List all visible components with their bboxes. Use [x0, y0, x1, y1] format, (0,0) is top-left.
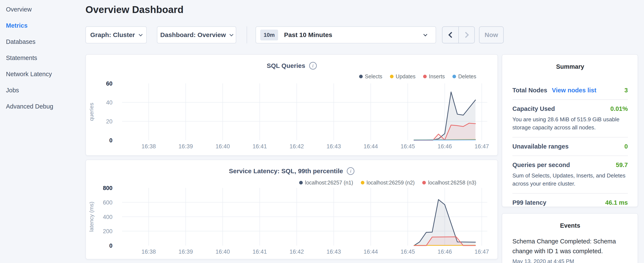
x-tick-label: 16:40 [216, 248, 230, 255]
chevron-down-icon [230, 32, 234, 36]
x-tick-label: 16:43 [326, 248, 341, 255]
x-tick-label: 16:39 [178, 143, 193, 150]
x-tick-label: 16:44 [364, 248, 378, 255]
legend-item: Deletes [452, 73, 476, 80]
x-tick-label: 16:38 [142, 143, 156, 150]
y-tick-label: 20 [106, 118, 112, 125]
summary-row-total-nodes: Total Nodes View nodes list 3 [512, 81, 628, 100]
x-tick-label: 16:47 [474, 248, 489, 255]
view-nodes-list-link[interactable]: View nodes list [552, 87, 596, 94]
summary-value: 3 [624, 87, 628, 94]
y-axis-label: latency (ms) [88, 202, 94, 232]
chart-title: Service Latency: SQL, 99th percentile [229, 167, 343, 175]
legend-dot [359, 75, 363, 78]
sidebar-nav: Overview Metrics Databases Statements Ne… [0, 0, 85, 114]
sidebar-item-metrics[interactable]: Metrics [0, 18, 85, 34]
legend-dot [423, 75, 427, 78]
legend-item: localhost:26257 (n1) [299, 180, 353, 186]
legend-label: Deletes [458, 73, 476, 80]
summary-value: 0 [624, 143, 628, 150]
y-tick-label: 200 [103, 228, 112, 234]
legend-label: Selects [365, 73, 382, 80]
x-tick-label: 16:41 [252, 143, 267, 150]
summary-subtext: Sum of Selects, Updates, Inserts, and De… [512, 171, 628, 188]
chart-title: SQL Queries [266, 62, 305, 69]
events-heading: Events [512, 222, 628, 229]
time-window-label: Past 10 Minutes [284, 31, 332, 39]
time-step-buttons [442, 26, 475, 43]
toolbar-divider [247, 26, 247, 43]
event-timestamp: May 13, 2020 at 4:45 PM [512, 258, 628, 263]
summary-label: Capacity Used [512, 105, 555, 112]
summary-row-capacity-used: Capacity Used 0.01% You are using 28.6 M… [512, 100, 628, 137]
summary-panel: Summary Total Nodes View nodes list 3 Ca… [502, 54, 638, 207]
legend-item: Inserts [423, 73, 445, 80]
y-tick-label: 0 [109, 137, 112, 144]
summary-heading: Summary [512, 63, 628, 70]
summary-value: 46.1 ms [605, 199, 628, 206]
summary-value: 59.7 [616, 161, 628, 168]
y-tick-label: 60 [106, 80, 112, 87]
y-tick-label: 40 [106, 99, 112, 106]
legend-dot [452, 75, 456, 78]
summary-value: 0.01% [610, 105, 628, 112]
sidebar-item-jobs[interactable]: Jobs [0, 82, 85, 98]
sql-queries-chart-card: SQL Queries i Selects Updates Inserts De… [86, 54, 498, 156]
summary-row-unavailable-ranges: Unavailable ranges 0 [512, 137, 628, 156]
legend-item: Selects [359, 73, 382, 80]
graph-dropdown-label: Graph: Cluster [90, 31, 135, 39]
sidebar-item-advanced-debug[interactable]: Advanced Debug [0, 98, 85, 114]
dashboard-dropdown[interactable]: Dashboard: Overview [157, 26, 236, 43]
x-tick-label: 16:45 [400, 248, 415, 255]
page-title: Overview Dashboard [86, 4, 184, 15]
x-tick-label: 16:45 [400, 143, 415, 150]
sql-queries-plot[interactable]: 16:3816:3916:4016:4116:4216:4316:4416:45… [122, 83, 487, 140]
y-tick-label: 400 [103, 214, 112, 220]
event-list-item[interactable]: Schema Change Completed: Schema change w… [512, 236, 628, 263]
legend-item: localhost:26259 (n2) [361, 180, 415, 186]
sidebar-item-databases[interactable]: Databases [0, 34, 85, 50]
toolbar: Graph: Cluster Dashboard: Overview 10m P… [86, 26, 504, 43]
info-icon[interactable]: i [347, 167, 354, 175]
x-tick-label: 16:47 [474, 143, 489, 150]
summary-label: P99 latency [512, 199, 546, 206]
x-tick-label: 16:38 [142, 248, 156, 255]
time-step-forward-button[interactable] [458, 27, 474, 43]
dashboard-dropdown-label: Dashboard: Overview [160, 31, 226, 39]
legend-item: localhost:26258 (n3) [422, 180, 476, 186]
summary-label: Queries per second [512, 161, 570, 168]
legend-label: localhost:26259 (n2) [366, 180, 415, 186]
x-tick-label: 16:42 [290, 143, 304, 150]
chart-title-row: Service Latency: SQL, 99th percentile i [86, 167, 498, 175]
chart-legend: localhost:26257 (n1) localhost:26259 (n2… [299, 180, 476, 186]
info-icon[interactable]: i [309, 62, 317, 70]
y-tick-label: 800 [103, 185, 112, 191]
service-latency-chart-card: Service Latency: SQL, 99th percentile i … [86, 160, 498, 259]
legend-dot [299, 181, 303, 184]
sidebar-item-statements[interactable]: Statements [0, 50, 85, 66]
graph-dropdown[interactable]: Graph: Cluster [86, 26, 147, 43]
y-tick-label: 0 [109, 242, 112, 249]
x-tick-label: 16:42 [290, 248, 304, 255]
legend-label: localhost:26257 (n1) [305, 180, 353, 186]
sidebar-item-overview[interactable]: Overview [0, 1, 85, 18]
time-step-back-button[interactable] [442, 27, 458, 43]
legend-label: Inserts [429, 73, 445, 80]
service-latency-plot[interactable]: 16:3816:3916:4016:4116:4216:4316:4416:45… [122, 188, 487, 245]
x-tick-label: 16:39 [178, 248, 193, 255]
event-message: Schema Change Completed: Schema change w… [512, 236, 628, 256]
summary-row-queries-per-second: Queries per second 59.7 Sum of Selects, … [512, 156, 628, 194]
chart-legend: Selects Updates Inserts Deletes [359, 73, 476, 80]
time-window-selector[interactable]: 10m Past 10 Minutes [256, 26, 436, 43]
x-tick-label: 16:41 [252, 248, 267, 255]
summary-label: Total Nodes [512, 87, 547, 94]
chevron-down-icon [138, 32, 142, 36]
summary-subtext: You are using 28.6 MiB of 515.9 GiB usab… [512, 115, 628, 132]
x-tick-label: 16:46 [438, 248, 452, 255]
sidebar-item-network-latency[interactable]: Network Latency [0, 66, 85, 82]
events-panel: Events Schema Change Completed: Schema c… [502, 213, 638, 263]
now-button[interactable]: Now [479, 26, 504, 43]
summary-row-p99-latency: P99 latency 46.1 ms [512, 194, 628, 212]
legend-label: localhost:26258 (n3) [428, 180, 476, 186]
chevron-down-icon [423, 32, 427, 36]
